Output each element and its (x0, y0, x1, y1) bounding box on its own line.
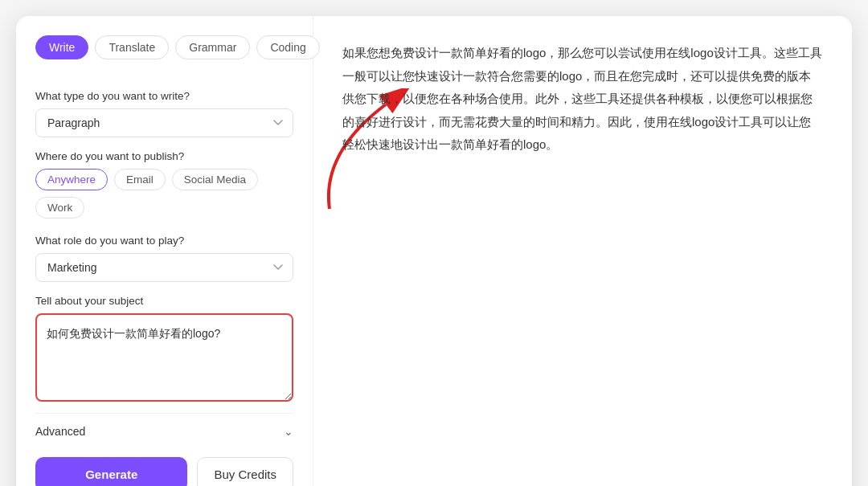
publish-chips: Anywhere Email Social Media Work (35, 169, 293, 218)
advanced-label: Advanced (35, 425, 85, 438)
tabs-bar: Write Translate Grammar Coding (35, 35, 293, 59)
tab-translate[interactable]: Translate (95, 35, 169, 59)
right-panel: 如果您想免费设计一款简单好看的logo，那么您可以尝试使用在线logo设计工具。… (313, 16, 852, 486)
advanced-row[interactable]: Advanced ⌄ (35, 413, 293, 449)
left-panel: Write Translate Grammar Coding What type… (16, 16, 313, 486)
generate-button[interactable]: Generate (35, 457, 187, 486)
app-container: Write Translate Grammar Coding What type… (16, 16, 852, 486)
chevron-down-icon: ⌄ (284, 425, 293, 438)
tab-grammar[interactable]: Grammar (175, 35, 250, 59)
chip-work[interactable]: Work (35, 197, 84, 218)
buy-credits-button[interactable]: Buy Credits (197, 457, 293, 486)
tab-write[interactable]: Write (35, 35, 88, 59)
role-label: What role do you want to play? (35, 235, 293, 247)
output-text: 如果您想免费设计一款简单好看的logo，那么您可以尝试使用在线logo设计工具。… (342, 42, 823, 470)
bottom-actions: Generate Buy Credits (35, 457, 293, 486)
subject-label: Tell about your subject (35, 295, 293, 307)
type-dropdown[interactable]: Paragraph Essay Blog Post Email (35, 108, 293, 137)
role-dropdown[interactable]: Marketing Developer Designer (35, 253, 293, 282)
chip-email[interactable]: Email (114, 169, 166, 190)
tab-coding[interactable]: Coding (256, 35, 319, 59)
type-label: What type do you want to write? (35, 90, 293, 102)
chip-anywhere[interactable]: Anywhere (35, 169, 108, 190)
chip-social-media[interactable]: Social Media (172, 169, 258, 190)
subject-input[interactable]: 如何免费设计一款简单好看的logo? (35, 313, 293, 402)
publish-label: Where do you want to publish? (35, 150, 293, 162)
